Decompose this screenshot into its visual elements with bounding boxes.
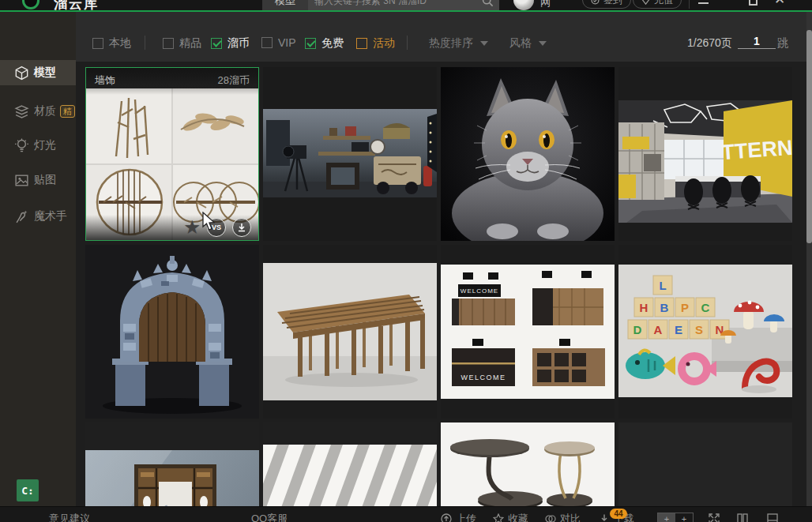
upload-button[interactable]: 上传: [441, 511, 476, 522]
sidebar: 模型 材质 精 灯光 贴图 魔术手 C:: [0, 12, 76, 506]
filter-vip[interactable]: VIP: [261, 36, 296, 49]
toys-thumbnail: L H B P C D A E S N: [618, 265, 792, 397]
search-box: 模型: [262, 0, 499, 10]
model-card-archway[interactable]: [85, 245, 259, 419]
fullscreen-button[interactable]: [708, 511, 720, 522]
checkbox-checked-icon: [305, 38, 316, 49]
svg-text:D: D: [633, 323, 642, 336]
svg-text:WELCOME: WELCOME: [461, 374, 506, 381]
size-small-option[interactable]: +: [658, 513, 675, 522]
scrollbar-track[interactable]: [806, 12, 812, 522]
office-thumbnail: TTERN: [618, 100, 792, 223]
svg-text:B: B: [660, 301, 669, 314]
download-icon: [599, 513, 610, 522]
svg-text:A: A: [654, 323, 663, 336]
bulb-icon: [13, 137, 29, 153]
model-card-cat[interactable]: [441, 67, 615, 241]
model-card-toys[interactable]: L H B P C D A E S N: [618, 245, 792, 419]
sidebar-item-materials[interactable]: 材质 精: [0, 99, 76, 124]
card-header-overlay: 墙饰 28溜币: [86, 68, 258, 95]
scrollbar-thumb[interactable]: [806, 30, 812, 243]
search-icon[interactable]: [476, 0, 499, 10]
svg-text:TTERN: TTERN: [720, 136, 792, 164]
picture-icon: [13, 172, 29, 188]
model-card-vintage-scene[interactable]: [263, 67, 437, 241]
filter-local[interactable]: 本地: [92, 36, 131, 51]
vintage-scene-thumbnail: [263, 109, 437, 197]
premium-badge: 精: [60, 105, 75, 118]
pergola-thumbnail: [263, 263, 437, 400]
support-link[interactable]: QQ客服: [251, 511, 288, 522]
compare-vs-button[interactable]: VS: [207, 218, 226, 237]
filter-bar: 本地 精品 溜币 VIP 免费 活动 热度排序 风格 1/2670页 跳: [76, 12, 812, 62]
panel-icon: [766, 513, 779, 522]
filter-activity[interactable]: 活动: [356, 36, 395, 51]
filter-free[interactable]: 免费: [305, 36, 344, 51]
feedback-link[interactable]: 意见建议: [49, 511, 90, 522]
model-card-office[interactable]: TTERN: [618, 67, 792, 241]
thumbnail-size-toggle[interactable]: + +: [657, 513, 694, 522]
sidebar-item-magic-hand[interactable]: 魔术手: [0, 204, 76, 229]
checkbox-checked-icon: [211, 38, 222, 49]
minimize-button[interactable]: [698, 2, 709, 4]
style-dropdown[interactable]: 风格: [509, 36, 547, 51]
username-label: 网: [540, 0, 551, 9]
sidebar-item-models[interactable]: 模型: [0, 60, 76, 85]
favorite-star-icon[interactable]: ★: [183, 218, 201, 237]
column-view-button[interactable]: [736, 511, 749, 522]
titlebar-divider: [689, 0, 690, 9]
filter-premium[interactable]: 精品: [163, 36, 201, 51]
page-number-input[interactable]: [738, 34, 776, 49]
card-category: 墙饰: [95, 73, 115, 88]
checkbox-icon: [92, 38, 103, 49]
checkin-icon: [591, 0, 600, 5]
filter-coin[interactable]: 溜币: [211, 36, 250, 51]
upload-icon: [441, 513, 452, 522]
svg-text:H: H: [640, 301, 648, 314]
model-card-wall-decor[interactable]: 墙饰 28溜币 ★ VS: [85, 67, 259, 241]
download-count-badge: 44: [610, 509, 627, 519]
cube-icon: [13, 65, 29, 81]
maximize-button[interactable]: [749, 0, 757, 6]
archway-thumbnail: [85, 245, 259, 419]
svg-text:L: L: [659, 279, 666, 292]
checkbox-icon: [356, 38, 367, 49]
status-bar: 意见建议 QQ客服 上传 收藏 对比 下载 44 + +: [0, 506, 812, 522]
search-category-dropdown[interactable]: 模型: [262, 0, 308, 10]
cat-thumbnail: [441, 67, 615, 241]
size-large-option[interactable]: +: [675, 513, 693, 522]
panel-view-button[interactable]: [766, 511, 779, 522]
sidebar-item-textures[interactable]: 贴图: [0, 167, 76, 193]
compare-button[interactable]: 对比: [545, 511, 581, 522]
chevron-down-icon: [539, 41, 547, 46]
reception-thumbnail: WELCOME WELCOME: [441, 265, 615, 399]
card-price: 28溜币: [218, 73, 250, 88]
recharge-icon: [641, 0, 650, 5]
user-avatar[interactable]: [513, 0, 534, 10]
favorites-button[interactable]: 收藏: [493, 511, 528, 522]
download-button[interactable]: [232, 218, 251, 237]
recharge-button[interactable]: 充值: [633, 0, 682, 9]
close-button[interactable]: ✕: [774, 0, 785, 6]
model-card-reception-desks[interactable]: WELCOME WELCOME: [441, 245, 615, 419]
model-card-pergola[interactable]: [263, 245, 437, 419]
page-indicator: 1/2670页: [687, 36, 732, 51]
titlebar: 溜云库 模型 网 签到 充值 ✕: [0, 0, 812, 10]
compare-icon: [545, 513, 556, 522]
checkin-button[interactable]: 签到: [582, 0, 631, 9]
checkbox-icon: [261, 37, 273, 48]
search-input[interactable]: [308, 0, 476, 10]
sort-dropdown[interactable]: 热度排序: [429, 36, 488, 51]
drive-c-badge[interactable]: C:: [17, 479, 39, 501]
svg-text:S: S: [695, 323, 703, 336]
layers-icon: [13, 103, 29, 119]
sidebar-item-lights[interactable]: 灯光: [0, 133, 76, 158]
filter-divider: [407, 36, 408, 50]
svg-text:WELCOME: WELCOME: [461, 287, 498, 295]
download-icon: [237, 223, 246, 232]
checkbox-icon: [163, 38, 174, 49]
expand-icon: [708, 513, 720, 522]
star-icon: [493, 513, 504, 522]
chevron-down-icon: [480, 41, 488, 46]
jump-button[interactable]: 跳: [777, 36, 788, 51]
